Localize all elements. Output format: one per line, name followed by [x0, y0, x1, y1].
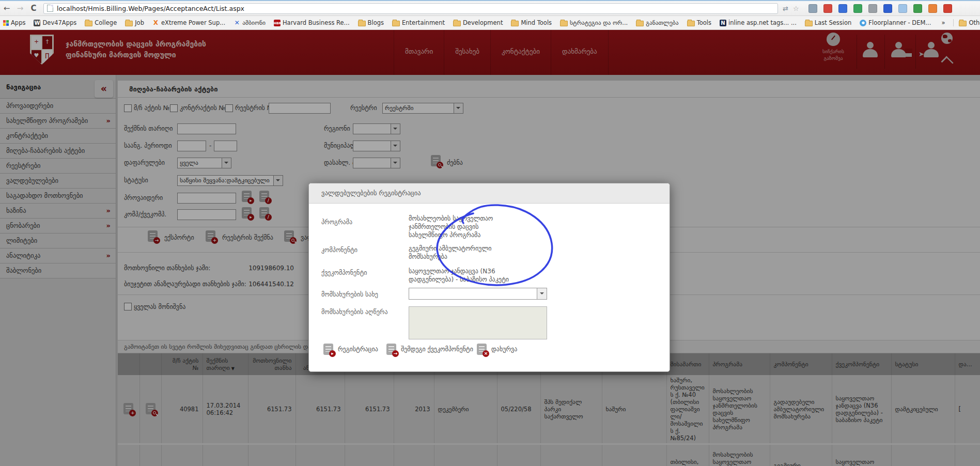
folder-icon: [805, 21, 813, 26]
w-box-icon: W: [34, 20, 40, 26]
folder-icon: [959, 21, 967, 26]
bookmark-item[interactable]: ●Floorplanner - DEM...: [860, 19, 931, 26]
service-desc-textarea[interactable]: [409, 306, 547, 339]
next-subcomponent-button[interactable]: → შემდეგი ქვეკომპონენტი: [386, 344, 473, 355]
bookmark-label: Entertainment: [402, 19, 445, 26]
forward-icon[interactable]: →: [13, 4, 27, 13]
service-type-select[interactable]: [409, 288, 547, 300]
dots-grid-extension-icon[interactable]: [868, 4, 877, 13]
modal-component-label: კომპონენტი: [321, 246, 357, 254]
bookmark-label: eXtreme Power Sup...: [161, 19, 225, 26]
bookmark-label: Apps: [11, 19, 25, 26]
obligation-registration-modal: ვალდებულებების რეგისტრაცია პროგრამა მოსა…: [308, 183, 670, 372]
page-icon: [47, 5, 53, 12]
x-blue-icon: ✕: [234, 20, 240, 26]
folder-icon: [511, 21, 519, 26]
bookmark-star-icon[interactable]: ☆: [793, 5, 799, 12]
address-bar[interactable]: localhost/Hmis.Billing.Web/Pages/Accepta…: [43, 3, 778, 14]
pocket-extension-icon[interactable]: [823, 4, 832, 13]
bookmark-item[interactable]: Tools: [687, 19, 711, 26]
bookmark-item[interactable]: Entertainment: [392, 19, 445, 26]
bookmark-label: Other bookmarks: [969, 19, 980, 26]
n-box-icon: N: [720, 20, 726, 26]
bookmark-label: College: [95, 19, 117, 26]
folder-icon: [85, 21, 92, 26]
subcomponent-value: საყოველთაო ჯანდაცვა (N36 დადგენილება) - …: [409, 267, 515, 284]
url-text: localhost/Hmis.Billing.Web/Pages/Accepta…: [57, 5, 244, 12]
folder-icon: [358, 21, 366, 26]
x-orange-icon: X: [152, 20, 159, 26]
registration-button[interactable]: ▸ რეგისტრაცია: [323, 344, 378, 355]
bookmark-label: ამბიონი: [242, 19, 266, 26]
bookmark-item[interactable]: HBRHarvard Business Re...: [274, 19, 350, 26]
windows-extension-icon[interactable]: [883, 4, 892, 13]
bookmark-item[interactable]: Mind Tools: [511, 19, 552, 26]
bookmark-label: Development: [463, 19, 503, 26]
bookmark-item[interactable]: WDev47Apps: [34, 19, 76, 26]
folder-icon: [125, 21, 133, 26]
bookmark-item[interactable]: Development: [453, 19, 503, 26]
service-desc-label: მომსახურების აღწერა: [321, 308, 388, 316]
bookmark-item[interactable]: განათლება: [636, 19, 678, 26]
close-icon: ×: [477, 344, 487, 355]
cloud-extension-icon[interactable]: [898, 4, 907, 13]
bookmarks-bar: AppsWDev47AppsCollegeJobXeXtreme Power S…: [0, 16, 980, 30]
registration-icon: ▸: [323, 344, 333, 355]
cast-extension-icon[interactable]: [808, 4, 817, 13]
bookmark-label: Last Session: [815, 19, 852, 26]
bookmark-item[interactable]: Job: [125, 19, 144, 26]
bookmark-label: Blogs: [368, 19, 384, 26]
folder-icon: [560, 21, 568, 26]
web-page: +†♥∏ ჯანმრთელობის დაცვის პროგრამების ფინ…: [0, 28, 980, 466]
gmail-extension-icon[interactable]: [943, 4, 952, 13]
back-icon[interactable]: ←: [0, 4, 13, 13]
program-label: პროგრამა: [321, 219, 352, 226]
browser-orange-extension-icon[interactable]: [928, 4, 937, 13]
bookmark-item[interactable]: Other bookmarks: [953, 19, 980, 26]
extension-icons: [808, 4, 952, 13]
bookmark-item[interactable]: Blogs: [358, 19, 384, 26]
hbr-icon: HBR: [274, 20, 281, 26]
reload-icon[interactable]: C: [27, 4, 40, 13]
folder-icon: [453, 21, 461, 26]
folder-icon: [687, 21, 695, 26]
bookmark-label: »: [941, 19, 945, 26]
bookmark-label: Dev47Apps: [42, 19, 76, 26]
bookmark-label: Mind Tools: [521, 19, 552, 26]
bookmark-item[interactable]: ✕ამბიონი: [234, 19, 266, 26]
program-value: მოსახლეობის საყოველთაო ჯანმრთელობის დაცვ…: [409, 214, 515, 239]
folder-icon: [392, 21, 400, 26]
bookmark-label: Tools: [697, 19, 711, 26]
browser-chrome: ← → C localhost/Hmis.Billing.Web/Pages/A…: [0, 0, 980, 30]
folder-icon: [636, 21, 644, 26]
bookmark-label: სტრატეგია და ორ...: [570, 19, 628, 26]
browser-toolbar: ← → C localhost/Hmis.Billing.Web/Pages/A…: [0, 0, 980, 16]
bookmark-item[interactable]: »: [939, 19, 945, 26]
bookmark-item[interactable]: სტრატეგია და ორ...: [560, 19, 628, 26]
bookmark-item[interactable]: Apps: [3, 19, 25, 26]
blue-dot-icon: ●: [860, 20, 866, 26]
sync-arrows-extension-icon[interactable]: [853, 4, 862, 13]
bookmark-label: განათლება: [646, 19, 678, 26]
bookmark-item[interactable]: College: [85, 19, 117, 26]
apps-grid-icon: [3, 20, 9, 26]
bookmark-item[interactable]: Last Session: [805, 19, 852, 26]
share-icon[interactable]: ⇄: [783, 5, 788, 12]
translate-extension-icon[interactable]: [838, 4, 847, 13]
close-button[interactable]: × დახურვა: [477, 344, 517, 355]
bookmark-label: Harvard Business Re...: [283, 19, 350, 26]
subcomponent-label: ქვეკომპონენტი: [321, 269, 367, 276]
next-icon: →: [386, 344, 396, 355]
modal-title: ვალდებულებების რეგისტრაცია: [309, 183, 670, 204]
bookmark-item[interactable]: XeXtreme Power Sup...: [152, 19, 225, 26]
bookmark-item[interactable]: Ninline asp.net tags... ...: [720, 19, 797, 26]
service-type-label: მომსახურების სახე: [321, 291, 378, 298]
bookmark-label: Job: [135, 19, 144, 26]
pin-extension-icon[interactable]: [913, 4, 922, 13]
bookmark-label: inline asp.net tags... ...: [728, 19, 797, 26]
bookmark-label: Floorplanner - DEM...: [868, 19, 931, 26]
modal-component-value: გეგმიური ამბულატორიული მომსახურება: [409, 244, 515, 261]
